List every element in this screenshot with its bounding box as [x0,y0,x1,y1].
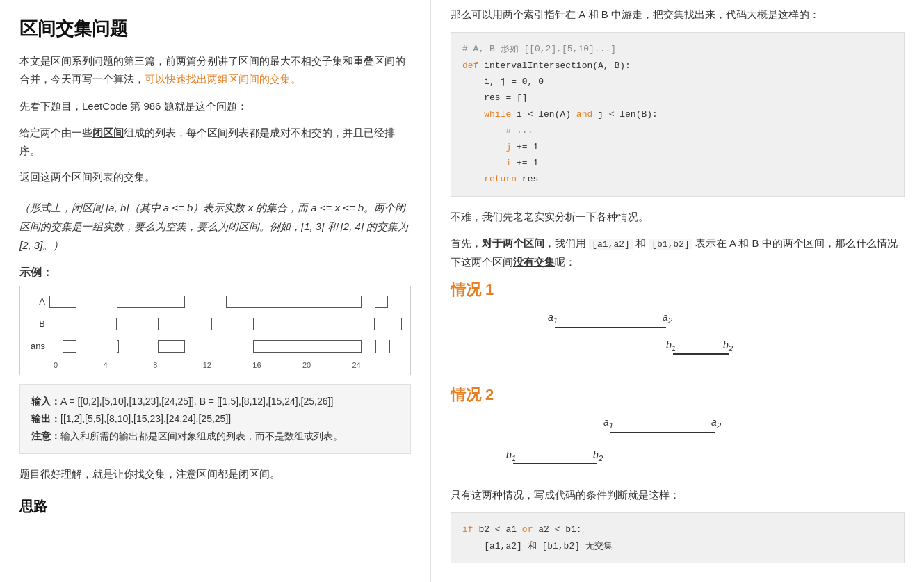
x-tick-16: 16 [252,361,302,369]
situation1-title: 情况 1 [451,280,905,300]
output-label: 输出： [31,413,60,424]
x-tick-8: 8 [153,361,203,369]
code-line8: return res [462,171,893,187]
situation2-title: 情况 2 [451,385,905,405]
diag1-a1: a1 [548,312,558,325]
right-intro: 那么可以用两个索引指针在 A 和 B 中游走，把交集找出来，代码大概是这样的： [451,6,905,24]
code-line6: j += 1 [462,139,893,155]
code-comment: # A, B 形如 [[0,2],[5,10]...] [462,41,893,57]
x-tick-0: 0 [54,361,104,369]
x-axis: 0 4 8 12 16 20 24 [54,359,402,369]
bar-a1 [49,296,76,308]
analysis1: 不难，我们先老老实实分析一下各种情况。 [451,208,905,226]
diag1-b1: b1 [666,339,676,353]
code-line7: i += 1 [462,155,893,171]
diag2-a1: a1 [603,417,613,430]
x-tick-4: 4 [104,361,154,369]
bar-ans6 [389,340,391,353]
chart-label-ans: ans [29,341,49,351]
example-input: 输入：A = [[0,2],[5,10],[13,23],[24,25]], B… [31,393,399,410]
example-box: 输入：A = [[0,2],[5,10],[13,23],[24,25]], B… [19,384,411,455]
code-line3: res = [] [462,90,893,106]
bar-b1 [63,318,117,330]
code2-line2: [a1,a2] 和 [b1,b2] 无交集 [462,538,893,554]
bar-ans2 [117,340,119,353]
diagram2: a1 a2 b1 b2 [451,411,905,480]
problem-text1: 给定两个由一些 [19,127,92,138]
bar-ans5 [375,340,377,353]
x-tick-24: 24 [352,361,402,369]
diag2-b2: b2 [593,449,603,462]
diag1-line-b [673,353,729,355]
bar-a3 [226,296,362,308]
divider1 [451,373,905,373]
problem-return: 返回这两个区间列表的交集。 [19,168,411,186]
diag1-a2: a2 [663,312,672,325]
conclusion: 只有这两种情况，写成代码的条件判断就是这样： [451,486,905,504]
diag2-line-a [610,432,715,433]
bar-b3 [253,318,375,330]
example-note: 注意：输入和所需的输出都是区间对象组成的列表，而不是数组或列表。 [31,428,399,445]
bar-a4 [375,296,388,308]
chart-label-a: A [29,296,49,307]
chart-area-ans [49,337,402,356]
chart-area-a [49,292,402,312]
chart-row-ans: ans [29,337,402,356]
note-label: 注意： [31,430,60,442]
diag2-a2: a2 [711,417,721,430]
problem-paragraph: 给定两个由一些闭区间组成的列表，每个区间列表都是成对不相交的，并且已经排序。 [19,124,411,161]
diagram1: a1 a2 b1 b2 [451,306,905,362]
intro-link[interactable]: 可以快速找出两组区间间的交集。 [145,73,301,85]
thinking-title: 思路 [19,497,411,516]
diag1-b2: b2 [723,339,733,353]
code-line2: i, j = 0, 0 [462,74,893,90]
page-title: 区间交集问题 [19,17,411,41]
output-value: [[1,2],[5,5],[8,10],[15,23],[24,24],[25,… [60,413,231,424]
chart-row-b: B [29,314,402,334]
left-panel: 区间交集问题 本文是区间系列问题的第三篇，前两篇分别讲了区间的最大不相交子集和重… [0,0,431,582]
bar-ans4 [253,340,362,353]
problem-closed: 闭区间 [92,127,124,138]
code2-line1: if b2 < a1 or a2 < b1: [462,522,893,537]
example-output: 输出：[[1,2],[5,5],[8,10],[15,23],[24,24],[… [31,410,399,428]
end-text: 题目很好理解，就是让你找交集，注意区间都是闭区间。 [19,465,411,483]
analysis2: 首先，对于两个区间，我们用 [a1,a2] 和 [b1,b2] 表示在 A 和 … [451,234,905,271]
right-panel: 那么可以用两个索引指针在 A 和 B 中游走，把交集找出来，代码大概是这样的： … [431,0,924,582]
input-label: 输入： [31,396,60,407]
code-line1: def def intervalIntersection(A, B):inter… [462,58,893,74]
bar-b4 [389,318,402,330]
bar-ans1 [63,340,76,353]
diag2-b1: b1 [506,449,516,462]
input-value: A = [[0,2],[5,10],[13,23],[24,25]], B = … [60,396,333,407]
problem-italic: （形式上，闭区间 [a, b]（其中 a <= b）表示实数 x 的集合，而 a… [19,198,411,254]
chart-row-a: A [29,292,402,312]
code-line5: # ... [462,122,893,138]
bar-b2 [158,318,212,330]
intro-paragraph: 本文是区间系列问题的第三篇，前两篇分别讲了区间的最大不相交子集和重叠区间的合并，… [19,52,411,89]
example-chart: A B ans [19,286,411,375]
diag1-line-a [555,327,666,328]
bar-ans3 [158,340,185,353]
code-block-1: # A, B 形如 [[0,2],[5,10]...] def def inte… [451,32,905,197]
code-line4: while i < len(A) and j < len(B): [462,106,893,122]
bar-a2 [117,296,184,308]
x-tick-12: 12 [203,361,253,369]
diag2-line-b [513,463,597,464]
code-block-2: if b2 < a1 or a2 < b1: [a1,a2] 和 [b1,b2]… [451,512,905,563]
x-tick-20: 20 [302,361,352,369]
chart-label-b: B [29,318,49,329]
intro2-paragraph: 先看下题目，LeetCode 第 986 题就是这个问题： [19,97,411,115]
note-value: 输入和所需的输出都是区间对象组成的列表，而不是数组或列表。 [60,430,343,442]
chart-area-b [49,314,402,334]
example-title: 示例： [19,266,411,280]
